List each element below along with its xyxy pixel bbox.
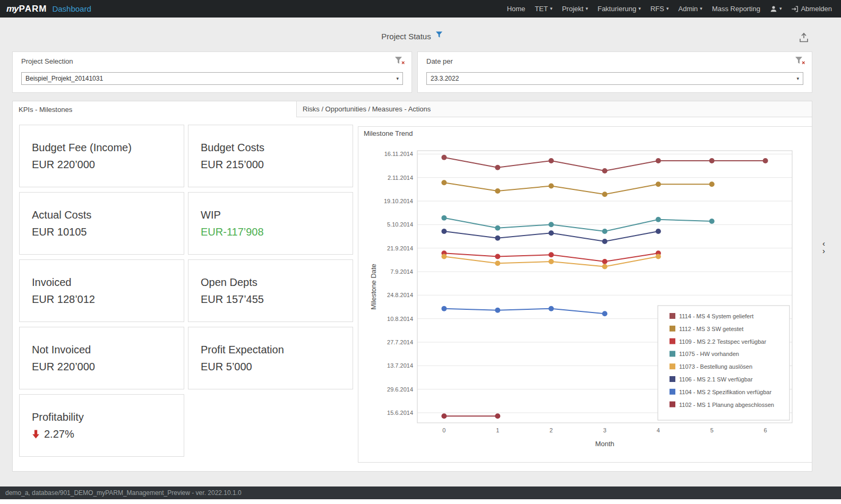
chevron-right-icon: › [822, 247, 825, 255]
kpi-title: Budget Costs [201, 142, 347, 154]
kpi-title: WIP [201, 209, 347, 221]
svg-text:Milestone Date: Milestone Date [370, 264, 377, 310]
myparm-logo[interactable]: my PARM [6, 4, 47, 14]
clear-filter-icon[interactable] [394, 56, 405, 65]
svg-text:1104 - MS 2 Spezifikation verf: 1104 - MS 2 Spezifikation verfügbar [679, 389, 771, 395]
logo-my: my [6, 4, 19, 14]
svg-text:1112 - MS 3 SW getestet: 1112 - MS 3 SW getestet [679, 326, 743, 332]
chevron-down-icon: ▾ [586, 6, 588, 11]
tab-kpis-milestones[interactable]: KPIs - Milestones [13, 101, 297, 117]
svg-text:13.7.2014: 13.7.2014 [387, 362, 413, 369]
kpi-card-profit-expectation: Profit ExpectationEUR 5’000 [188, 327, 353, 389]
kpi-title: Actual Costs [32, 209, 178, 221]
filter-icon[interactable] [435, 31, 443, 39]
chevron-down-icon: ▾ [550, 6, 553, 11]
status-bar: demo_a, database/901_DEMO_myPARM_Managem… [0, 486, 841, 499]
svg-text:1114 - MS 4 System geliefert: 1114 - MS 4 System geliefert [679, 313, 753, 319]
export-icon [798, 32, 810, 44]
project-selection-panel: Project Selection Beispiel_Projekt_20141… [12, 51, 412, 93]
kpi-card-invoiced: InvoicedEUR 128’012 [19, 259, 184, 322]
nav-item-mass-reporting[interactable]: Mass Reporting [707, 0, 765, 18]
project-select[interactable]: Beispiel_Projekt_20141031 ▾ [21, 72, 403, 85]
page-title: Project Status [381, 32, 431, 41]
kpi-value: EUR 157’455 [201, 293, 347, 306]
nav-item-label: Home [507, 5, 526, 13]
nav-item-home[interactable]: Home [502, 0, 530, 18]
tab-risks-opportunities[interactable]: Risks / Opportunities / Measures - Actio… [297, 101, 812, 117]
svg-text:4: 4 [657, 427, 660, 433]
svg-text:19.10.2014: 19.10.2014 [384, 198, 413, 204]
kpi-value: EUR 128’012 [32, 293, 178, 306]
project-selection-label: Project Selection [21, 57, 73, 65]
kpi-title: Open Depts [201, 276, 347, 289]
chevron-down-icon: ▾ [700, 6, 702, 11]
chevron-down-icon: ▾ [796, 76, 799, 81]
kpi-title: Budget Fee (Income) [32, 142, 178, 154]
kpi-value: EUR 5’000 [201, 361, 347, 373]
svg-text:21.9.2014: 21.9.2014 [387, 245, 413, 251]
down-arrow-icon [32, 430, 40, 439]
logout-label: Abmelden [801, 5, 832, 13]
kpi-card-budget-costs: Budget CostsEUR 215’000 [188, 125, 353, 187]
svg-text:1102 - MS 1 Planung abgeschlos: 1102 - MS 1 Planung abgeschlossen [679, 402, 774, 408]
nav-item-projekt[interactable]: Projekt▾ [557, 0, 593, 18]
kpi-value: EUR 220’000 [32, 361, 178, 373]
svg-text:0: 0 [442, 427, 445, 433]
nav-item-label: Fakturierung [597, 5, 636, 13]
nav-items: HomeTET▾Projekt▾Fakturierung▾RFS▾Admin▾M… [502, 0, 765, 18]
kpi-title: Not Invoiced [32, 344, 178, 356]
nav-item-label: Mass Reporting [712, 5, 760, 13]
kpi-title: Invoiced [32, 276, 178, 289]
tab-content: Budget Fee (Income)EUR 220’000Budget Cos… [12, 117, 812, 472]
svg-text:1106 - MS 2.1 SW verfügbar: 1106 - MS 2.1 SW verfügbar [679, 376, 753, 383]
svg-text:16.11.2014: 16.11.2014 [384, 151, 413, 157]
date-per-label: Date per [426, 57, 453, 65]
user-menu[interactable]: ▾ [765, 0, 787, 18]
navbar: my PARM Dashboard HomeTET▾Projekt▾Faktur… [0, 0, 841, 18]
nav-item-admin[interactable]: Admin▾ [673, 0, 707, 18]
kpi-card-wip: WIPEUR-117’908 [188, 192, 353, 255]
export-button[interactable] [796, 31, 811, 46]
chevron-down-icon: ▾ [779, 6, 782, 11]
logo-parm: PARM [19, 4, 47, 14]
kpi-value: EUR 215’000 [201, 159, 347, 171]
svg-text:24.8.2014: 24.8.2014 [387, 292, 413, 298]
nav-item-label: Projekt [562, 5, 583, 13]
kpi-value: EUR 10105 [32, 226, 178, 238]
svg-text:2: 2 [550, 427, 553, 433]
svg-text:15.6.2014: 15.6.2014 [387, 410, 413, 416]
kpi-card-budget-fee-income: Budget Fee (Income)EUR 220’000 [19, 125, 184, 187]
svg-text:Month: Month [595, 440, 614, 448]
kpi-card-not-invoiced: Not InvoicedEUR 220’000 [19, 327, 184, 389]
person-icon [770, 5, 777, 13]
nav-item-rfs[interactable]: RFS▾ [646, 0, 674, 18]
kpi-value: EUR 220’000 [32, 159, 178, 171]
svg-text:11075 - HW vorhanden: 11075 - HW vorhanden [679, 351, 739, 357]
kpi-title: Profit Expectation [201, 344, 347, 356]
kpi-grid: Budget Fee (Income)EUR 220’000Budget Cos… [19, 125, 353, 457]
chevron-down-icon: ▾ [396, 76, 399, 81]
kpi-card-open-depts: Open DeptsEUR 157’455 [188, 259, 353, 322]
chevron-down-icon: ▾ [638, 6, 641, 11]
svg-text:29.6.2014: 29.6.2014 [387, 386, 413, 393]
bottom-strip [0, 499, 841, 504]
svg-text:1: 1 [496, 427, 499, 433]
clear-filter-icon[interactable] [795, 56, 805, 65]
svg-text:6: 6 [764, 427, 767, 433]
svg-text:7.9.2014: 7.9.2014 [390, 268, 413, 275]
kpi-title: Profitability [32, 411, 178, 423]
logout-icon [791, 5, 799, 13]
date-per-panel: Date per 23.3.2022 ▾ [417, 51, 812, 93]
date-select[interactable]: 23.3.2022 ▾ [426, 72, 803, 85]
kpi-value: 2.27% [32, 428, 178, 440]
logout-button[interactable]: Abmelden [786, 0, 837, 18]
kpi-card-profitability: Profitability2.27% [19, 394, 184, 457]
nav-item-label: Admin [678, 5, 698, 13]
milestone-trend-panel: Milestone Trend 15.6.201429.6.201413.7.2… [358, 126, 812, 463]
tab-bar: KPIs - Milestones Risks / Opportunities … [12, 101, 812, 117]
svg-text:27.7.2014: 27.7.2014 [387, 339, 413, 345]
nav-item-fakturierung[interactable]: Fakturierung▾ [593, 0, 646, 18]
side-panel-toggle[interactable]: ‹ › [822, 240, 825, 255]
nav-item-tet[interactable]: TET▾ [530, 0, 557, 18]
svg-text:3: 3 [603, 427, 606, 433]
